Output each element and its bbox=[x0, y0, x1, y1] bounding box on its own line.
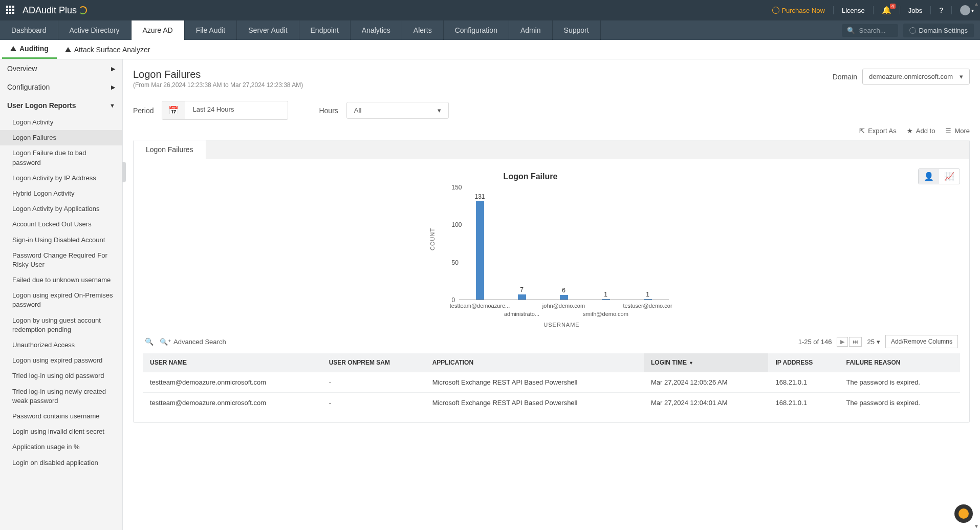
sidebar-item[interactable]: Logon using expired On-Premises password bbox=[0, 288, 122, 312]
panel-tab-logon-failures[interactable]: Logon Failures bbox=[134, 140, 206, 159]
add-to-button[interactable]: ★ Add to bbox=[907, 127, 935, 135]
table-search-button[interactable]: 🔍 bbox=[145, 337, 154, 346]
pager-next[interactable]: ▶ bbox=[837, 337, 848, 347]
tab-active-directory[interactable]: Active Directory bbox=[58, 20, 132, 40]
notifications-button[interactable]: 🔔 4 bbox=[882, 6, 891, 15]
x-tick-label: testuser@demo.cor bbox=[623, 303, 672, 309]
chart-bar[interactable]: 1 bbox=[644, 299, 652, 300]
col-onprem-sam[interactable]: USER ONPREM SAM bbox=[322, 353, 425, 372]
chevron-down-icon: ▾ bbox=[438, 107, 441, 114]
sidebar-overview[interactable]: Overview▶ bbox=[0, 59, 122, 78]
hours-select[interactable]: All ▾ bbox=[346, 102, 449, 119]
page-size-select[interactable]: 25 ▾ bbox=[867, 338, 880, 346]
x-tick-label: smith@demo.com bbox=[583, 311, 628, 317]
table-cell: - bbox=[322, 372, 425, 393]
sidebar-collapse-handle[interactable] bbox=[122, 162, 126, 182]
tab-dashboard[interactable]: Dashboard bbox=[0, 20, 58, 40]
sidebar-item[interactable]: Logon Activity by Applications bbox=[0, 201, 122, 217]
bar-chart: COUNT 050100150 131testteam@demoazure...… bbox=[434, 187, 669, 328]
table-row[interactable]: testteam@demoazure.onmicrosoft.com-Micro… bbox=[143, 393, 960, 413]
chart-bar[interactable]: 1 bbox=[602, 299, 610, 300]
pager-last[interactable]: ⏭ bbox=[849, 337, 862, 347]
sidebar-item[interactable]: Logon Activity by IP Address bbox=[0, 171, 122, 186]
more-button[interactable]: ☰ More bbox=[945, 127, 970, 135]
table-cell: Mar 27,2024 12:04:01 AM bbox=[644, 393, 768, 413]
scrollbar[interactable]: ▲ ▼ bbox=[973, 0, 980, 530]
subtab-auditing[interactable]: Auditing bbox=[2, 40, 57, 59]
sidebar-item[interactable]: Logon Failures bbox=[0, 130, 122, 145]
subtab-asa[interactable]: Attack Surface Analyzer bbox=[57, 40, 159, 59]
chart-bar[interactable]: 131 bbox=[476, 201, 484, 300]
col-user-name[interactable]: USER NAME bbox=[143, 353, 322, 372]
table-cell: - bbox=[322, 393, 425, 413]
chart-title: Logon Failure bbox=[143, 172, 918, 181]
sidebar-item[interactable]: Password Change Required For Risky User bbox=[0, 248, 122, 272]
advanced-search-link[interactable]: 🔍⁺ Advanced Search bbox=[160, 338, 226, 346]
col-login-time[interactable]: LOGIN TIME▼ bbox=[644, 353, 768, 372]
sidebar-item[interactable]: Failed due to unknown username bbox=[0, 272, 122, 288]
help-icon[interactable]: ? bbox=[939, 6, 943, 14]
col-application[interactable]: APPLICATION bbox=[425, 353, 644, 372]
sidebar-item[interactable]: Logon using expired password bbox=[0, 353, 122, 368]
sidebar-item[interactable]: Logon by using guest account redemption … bbox=[0, 313, 122, 337]
sidebar-item[interactable]: Tried log-in using newly created weak pa… bbox=[0, 384, 122, 409]
chat-fab[interactable] bbox=[954, 504, 973, 523]
tab-admin[interactable]: Admin bbox=[509, 20, 553, 40]
export-icon: ⇱ bbox=[859, 127, 865, 135]
search-plus-icon: 🔍⁺ bbox=[160, 338, 171, 346]
tab-configuration[interactable]: Configuration bbox=[444, 20, 509, 40]
tab-endpoint[interactable]: Endpoint bbox=[299, 20, 351, 40]
sidebar-section-user-logon[interactable]: User Logon Reports▼ bbox=[0, 96, 122, 115]
table-cell: The password is expired. bbox=[839, 393, 960, 413]
table-row[interactable]: testteam@demoazure.onmicrosoft.com-Micro… bbox=[143, 372, 960, 393]
sidebar-item[interactable]: Account Locked Out Users bbox=[0, 217, 122, 232]
scroll-down-icon: ▼ bbox=[973, 522, 980, 530]
sidebar-item[interactable]: Login using invalid client secret bbox=[0, 424, 122, 439]
page-subtitle: (From Mar 26,2024 12:23:38 AM to Mar 27,… bbox=[133, 81, 303, 89]
purchase-now-link[interactable]: Purchase Now bbox=[772, 7, 825, 14]
period-picker[interactable]: 📅 Last 24 Hours bbox=[162, 101, 288, 120]
col-ip-address[interactable]: IP ADDRESS bbox=[768, 353, 839, 372]
sidebar-item[interactable]: Sign-in Using Disabled Account bbox=[0, 232, 122, 248]
tab-server-audit[interactable]: Server Audit bbox=[237, 20, 299, 40]
col-failure-reason[interactable]: FAILURE REASON bbox=[839, 353, 960, 372]
results-table: USER NAME USER ONPREM SAM APPLICATION LO… bbox=[143, 353, 960, 413]
table-cell: testteam@demoazure.onmicrosoft.com bbox=[143, 372, 322, 393]
domain-select[interactable]: demoazure.onmicrosoft.com ▾ bbox=[862, 69, 970, 84]
sidebar-item[interactable]: Tried log-in using old password bbox=[0, 368, 122, 384]
export-as-button[interactable]: ⇱ Export As bbox=[859, 127, 897, 135]
chevron-right-icon: ▶ bbox=[111, 66, 115, 72]
add-remove-columns-button[interactable]: Add/Remove Columns bbox=[885, 335, 958, 348]
warning-icon bbox=[65, 47, 71, 52]
sidebar-item[interactable]: Login on disabled application bbox=[0, 455, 122, 471]
bar-value-label: 1 bbox=[646, 291, 649, 298]
tab-analytics[interactable]: Analytics bbox=[351, 20, 402, 40]
sidebar-item[interactable]: Password contains username bbox=[0, 409, 122, 424]
tab-support[interactable]: Support bbox=[553, 20, 601, 40]
top-header: ADAudit Plus Purchase Now License 🔔 4 Jo… bbox=[0, 0, 980, 20]
chart-toggle-table[interactable]: 👤 bbox=[919, 169, 939, 184]
tab-file-audit[interactable]: File Audit bbox=[185, 20, 237, 40]
sidebar-item[interactable]: Application usage in % bbox=[0, 439, 122, 455]
warning-icon bbox=[10, 46, 16, 51]
jobs-link[interactable]: Jobs bbox=[908, 7, 922, 14]
tab-alerts[interactable]: Alerts bbox=[402, 20, 444, 40]
sidebar-item[interactable]: Unauthorized Access bbox=[0, 337, 122, 353]
tab-azure-ad[interactable]: Azure AD bbox=[132, 20, 185, 40]
user-menu[interactable]: ▾ bbox=[960, 5, 974, 15]
global-search-input[interactable]: 🔍 Search... bbox=[842, 24, 898, 37]
table-cell: Microsoft Exchange REST API Based Powers… bbox=[425, 393, 644, 413]
apps-grid-icon[interactable] bbox=[6, 6, 15, 15]
chevron-right-icon: ▶ bbox=[111, 84, 115, 91]
sidebar-configuration[interactable]: Configuration▶ bbox=[0, 78, 122, 96]
license-link[interactable]: License bbox=[842, 7, 865, 14]
notification-badge: 4 bbox=[890, 4, 896, 9]
x-tick-label: administrato... bbox=[504, 311, 539, 317]
chart-toggle-line[interactable]: 📈 bbox=[939, 169, 960, 184]
sidebar-item[interactable]: Logon Activity bbox=[0, 115, 122, 130]
chart-bar[interactable]: 7 bbox=[518, 294, 526, 300]
chart-bar[interactable]: 6 bbox=[560, 295, 568, 300]
sidebar-item[interactable]: Logon Failure due to bad password bbox=[0, 145, 122, 170]
sidebar-item[interactable]: Hybrid Logon Activity bbox=[0, 186, 122, 201]
domain-settings-button[interactable]: Domain Settings bbox=[903, 24, 974, 37]
